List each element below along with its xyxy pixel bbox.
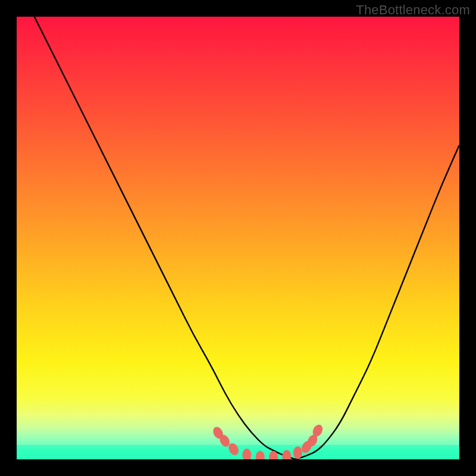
data-marker	[293, 446, 302, 459]
watermark-text: TheBottleneck.com	[356, 2, 470, 18]
marker-group	[211, 423, 325, 459]
plot-area	[17, 17, 459, 459]
data-marker	[256, 451, 265, 459]
data-marker	[282, 450, 291, 459]
data-marker	[242, 449, 251, 459]
curve-layer	[17, 17, 459, 459]
left-curve	[35, 17, 296, 459]
right-curve	[296, 145, 459, 459]
chart-frame: TheBottleneck.com	[0, 0, 476, 476]
